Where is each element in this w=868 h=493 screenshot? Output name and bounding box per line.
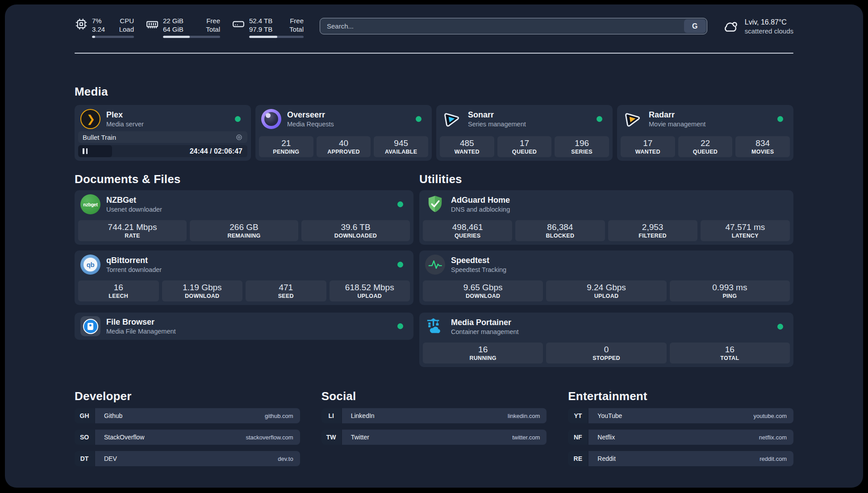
app-name: AdGuard Home: [451, 195, 510, 205]
link-abbr: SO: [75, 430, 94, 445]
stat-seed: 471SEED: [246, 280, 326, 301]
stat-rate: 744.21 MbpsRATE: [78, 220, 187, 241]
app-description: Container management: [451, 328, 519, 336]
app-card-qbittorrent[interactable]: qb qBittorrent Torrent downloader 16LEEC…: [75, 251, 413, 305]
media-player-widget: Bullet Train 24:44 / 02:06:47: [75, 131, 251, 161]
stat-wanted: 485WANTED: [440, 136, 494, 157]
stat-latency: 47.571 msLATENCY: [701, 220, 790, 241]
link-stackoverflow[interactable]: SO StackOverflow stackoverflow.com: [75, 430, 300, 445]
search-engine-button[interactable]: G: [684, 19, 706, 33]
memory-total-value: 64 GiB: [163, 25, 184, 33]
app-card-radarr[interactable]: Radarr Movie management 17WANTED 22QUEUE…: [617, 105, 793, 161]
cloud-icon: [722, 18, 739, 35]
app-description: Speedtest Tracking: [451, 266, 506, 274]
stat-total: 16TOTAL: [670, 343, 790, 363]
pause-button[interactable]: [83, 148, 88, 154]
stat-queued: 17QUEUED: [497, 136, 552, 157]
topbar: 7% 3.24 CPU Load: [5, 17, 863, 38]
link-linkedin[interactable]: LI LinkedIn linkedin.com: [321, 408, 547, 423]
link-name: DEV: [104, 455, 117, 462]
stat-wanted: 17WANTED: [621, 136, 675, 157]
cpu-stat: 7% 3.24 CPU Load: [75, 17, 134, 38]
link-name: Github: [104, 412, 122, 419]
playback-time: 24:44 / 02:06:47: [190, 145, 242, 157]
link-reddit[interactable]: RE Reddit reddit.com: [568, 451, 793, 466]
app-name: Speedtest: [451, 255, 506, 266]
memory-progress-fill: [163, 36, 190, 38]
link-abbr: LI: [321, 408, 341, 423]
app-name: Radarr: [649, 110, 705, 120]
section-title-developer: Developer: [75, 389, 300, 404]
seek-bar: 24:44 / 02:06:47: [78, 145, 247, 157]
app-card-plex[interactable]: ❯ Plex Media server Bullet Train: [75, 105, 251, 161]
app-card-adguard[interactable]: AdGuard Home DNS and adblocking 498,461Q…: [419, 190, 793, 245]
stat-leech: 16LEECH: [78, 280, 159, 301]
stat-running: 16RUNNING: [423, 343, 543, 363]
app-card-sonarr[interactable]: Sonarr Series management 485WANTED 17QUE…: [436, 105, 613, 161]
cpu-icon: [75, 17, 88, 31]
status-dot: [397, 201, 403, 207]
link-netflix[interactable]: NF Netflix netflix.com: [568, 430, 793, 445]
cpu-usage-label: CPU: [119, 17, 134, 25]
stat-available: 945AVAILABLE: [374, 136, 428, 157]
disk-free-value: 52.4 TB: [249, 17, 272, 25]
disk-total-value: 97.9 TB: [249, 25, 272, 33]
cpu-progress-fill: [92, 36, 95, 38]
section-title-documents: Documents & Files: [75, 171, 413, 187]
memory-free-label: Free: [206, 17, 220, 25]
search-input[interactable]: [320, 18, 684, 34]
status-dot: [397, 323, 403, 329]
app-name: Plex: [106, 110, 144, 120]
link-url: github.com: [265, 413, 293, 419]
app-card-speedtest[interactable]: Speedtest Speedtest Tracking 9.65 GbpsDO…: [419, 251, 793, 305]
link-name: YouTube: [597, 412, 622, 419]
link-name: StackOverflow: [104, 434, 144, 441]
section-title-utilities: Utilities: [419, 171, 793, 187]
session-settings-icon[interactable]: [235, 134, 243, 141]
filebrowser-icon: [80, 316, 100, 336]
link-twitter[interactable]: TW Twitter twitter.com: [321, 430, 547, 445]
link-url: stackoverflow.com: [246, 434, 293, 441]
link-name: Netflix: [597, 434, 615, 441]
cpu-load-value: 3.24: [92, 25, 105, 33]
weather-widget: Lviv, 16.87°C scattered clouds: [722, 17, 793, 35]
status-dot: [777, 116, 783, 122]
link-youtube[interactable]: YT YouTube youtube.com: [568, 408, 793, 423]
adguard-icon: [425, 194, 445, 214]
cpu-usage-value: 7%: [92, 17, 105, 25]
weather-condition: scattered clouds: [745, 27, 793, 35]
link-github[interactable]: GH Github github.com: [75, 408, 300, 423]
section-title-entertainment: Entertainment: [568, 389, 793, 404]
stat-queries: 498,461QUERIES: [423, 220, 512, 241]
cpu-progress-bar: [92, 36, 134, 38]
app-description: Movie management: [649, 120, 705, 129]
app-card-portainer[interactable]: Media Portainer Container management 16R…: [419, 313, 793, 367]
stat-pending: 21PENDING: [259, 136, 313, 157]
link-abbr: NF: [568, 430, 588, 445]
link-abbr: DT: [75, 451, 94, 466]
links-developer: Developer GH Github github.com SO StackO…: [75, 389, 300, 472]
app-card-nzbget[interactable]: nzbget NZBGet Usenet downloader 744.21 M…: [75, 190, 413, 245]
app-card-overseerr[interactable]: Overseerr Media Requests 21PENDING 40APP…: [255, 105, 432, 161]
link-url: netflix.com: [759, 434, 787, 441]
link-abbr: GH: [75, 408, 94, 423]
app-description: Torrent downloader: [106, 266, 162, 274]
stat-queued: 22QUEUED: [678, 136, 733, 157]
app-card-filebrowser[interactable]: File Browser Media File Management: [75, 313, 413, 340]
portainer-icon: [425, 317, 445, 337]
app-description: Media File Management: [106, 327, 176, 336]
app-name: Sonarr: [468, 110, 526, 120]
stat-downloaded: 39.6 TBDOWNLOADED: [301, 220, 410, 241]
link-dev[interactable]: DT DEV dev.to: [75, 451, 300, 466]
now-playing-title: Bullet Train: [83, 134, 116, 141]
links-entertainment: Entertainment YT YouTube youtube.com NF …: [568, 389, 793, 472]
links-social: Social LI LinkedIn linkedin.com TW Twitt…: [321, 389, 547, 472]
link-url: dev.to: [278, 455, 293, 462]
status-dot: [416, 116, 421, 122]
status-dot: [397, 262, 403, 267]
status-dot: [597, 116, 602, 122]
stat-upload: 9.24 GbpsUPLOAD: [546, 280, 666, 301]
app-name: Media Portainer: [451, 318, 519, 328]
stat-approved: 40APPROVED: [317, 136, 371, 157]
disk-progress-fill: [249, 36, 277, 38]
